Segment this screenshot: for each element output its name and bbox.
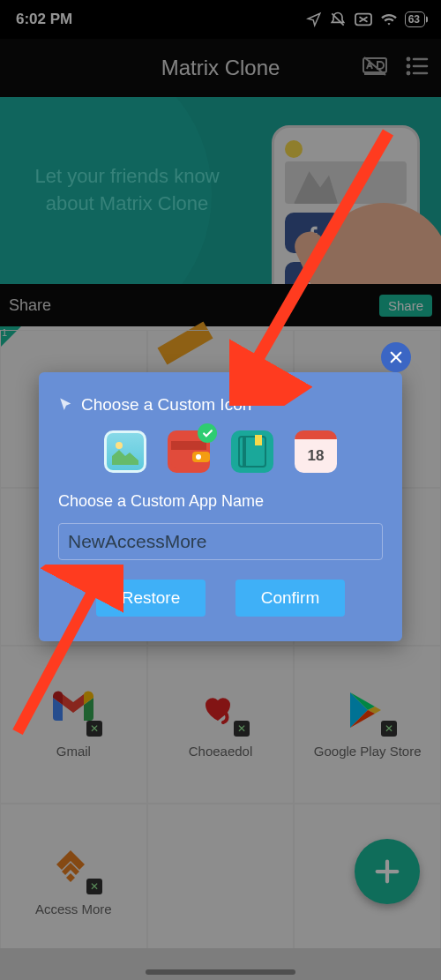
selected-check-icon — [198, 423, 217, 443]
svg-rect-7 — [171, 441, 206, 450]
svg-rect-11 — [243, 437, 246, 467]
icon-option-wallet[interactable] — [168, 430, 210, 473]
svg-rect-12 — [255, 435, 262, 445]
icon-option-calendar[interactable]: 18 — [295, 430, 337, 473]
cursor-icon — [58, 397, 74, 413]
calendar-icon: 18 — [308, 447, 325, 465]
app-name-label: Choose a Custom App Name — [58, 492, 383, 511]
icon-option-gallery[interactable] — [104, 430, 146, 473]
confirm-button[interactable]: Confirm — [235, 580, 345, 617]
gallery-icon — [112, 438, 138, 465]
svg-point-9 — [196, 454, 201, 460]
custom-icon-dialog: Choose a Custom Icon 18 Choose a Custom … — [39, 372, 402, 641]
app-name-input[interactable] — [58, 523, 383, 560]
dialog-title: Choose a Custom Icon — [58, 395, 383, 415]
dialog-close-button[interactable] — [381, 342, 411, 372]
icon-choices: 18 — [58, 430, 383, 473]
close-icon — [388, 349, 404, 365]
notebook-icon — [237, 435, 267, 468]
restore-button[interactable]: Restore — [96, 580, 206, 617]
svg-point-5 — [116, 442, 123, 449]
icon-option-notebook[interactable] — [231, 430, 273, 473]
